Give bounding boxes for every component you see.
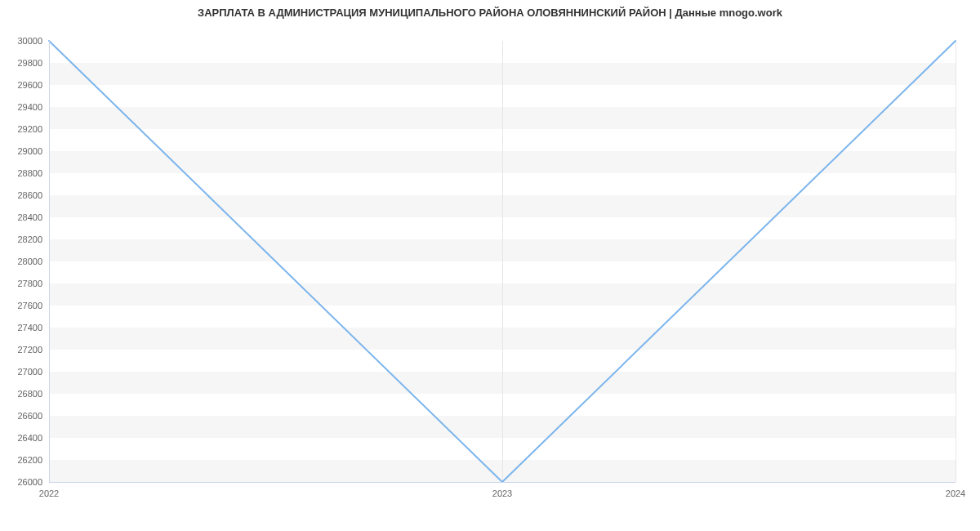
y-tick-label: 29000 (17, 146, 42, 156)
chart-container: ЗАРПЛАТА В АДМИНИСТРАЦИЯ МУНИЦИПАЛЬНОГО … (0, 0, 980, 531)
x-gridline (956, 41, 956, 482)
y-tick-label: 27200 (17, 345, 42, 355)
y-tick-label: 29400 (17, 102, 42, 112)
y-tick-label: 27400 (17, 323, 42, 332)
x-tick-label: 2023 (492, 489, 512, 498)
x-axis-line (49, 482, 956, 483)
y-tick-label: 28000 (17, 257, 42, 266)
y-tick-label: 26200 (17, 455, 42, 465)
y-tick-label: 28800 (17, 168, 42, 178)
y-tick-label: 26000 (17, 477, 42, 487)
y-tick-label: 30000 (17, 36, 42, 46)
y-tick-label: 27600 (17, 301, 42, 310)
y-tick-label: 29600 (17, 80, 42, 90)
y-tick-label: 28200 (17, 234, 42, 244)
y-tick-label: 28400 (17, 212, 42, 222)
y-tick-label: 28600 (17, 190, 42, 200)
y-tick-label: 29800 (17, 58, 42, 68)
plot-area: 2600026200264002660026800270002720027400… (49, 41, 956, 482)
y-tick-label: 26800 (17, 389, 42, 399)
x-tick-label: 2022 (39, 489, 59, 498)
y-tick-label: 27800 (17, 279, 42, 288)
y-tick-label: 27000 (17, 367, 42, 377)
y-tick-label: 26400 (17, 433, 42, 443)
y-tick-label: 26600 (17, 411, 42, 421)
line-series (49, 41, 956, 482)
x-tick-label: 2024 (946, 489, 965, 498)
y-axis-line (49, 41, 50, 482)
chart-title: ЗАРПЛАТА В АДМИНИСТРАЦИЯ МУНИЦИПАЛЬНОГО … (0, 7, 980, 19)
y-tick-label: 29200 (17, 124, 42, 134)
